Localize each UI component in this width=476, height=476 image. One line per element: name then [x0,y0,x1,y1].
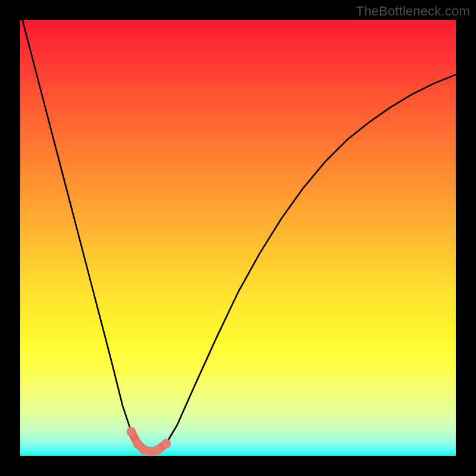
bottleneck-curve [20,11,456,451]
marker-dot [127,427,136,437]
chart-frame: TheBottleneck.com [0,0,476,476]
watermark-text: TheBottleneck.com [356,4,470,19]
plot-area [20,20,456,456]
marker-dot [153,445,162,455]
marker-dot [161,439,171,449]
chart-svg [20,20,456,456]
